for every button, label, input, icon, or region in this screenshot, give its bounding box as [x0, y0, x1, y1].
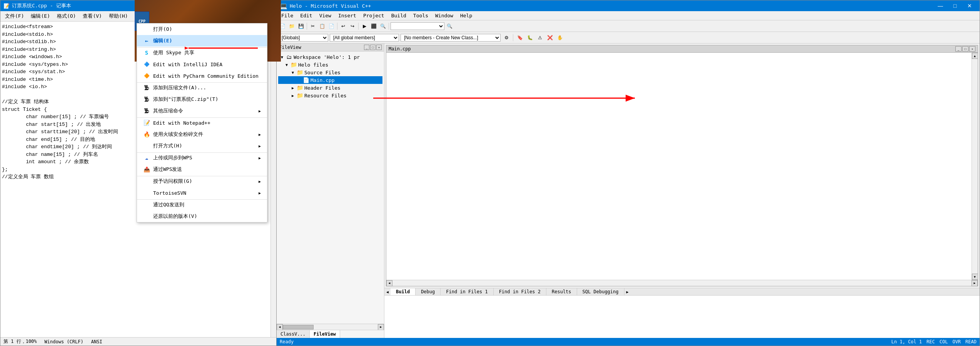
toolbar-bookmark-btn[interactable]: 🔖 [516, 33, 524, 42]
context-menu-access[interactable]: 授予访问权限(G) ▶ [137, 176, 267, 187]
context-menu-huorong[interactable]: 🔥 使用火绒安全粉碎文件 ▶ [137, 129, 267, 140]
msvc-menu-help[interactable]: Help [457, 12, 475, 19]
msvc-menu-view[interactable]: View [316, 12, 334, 19]
context-menu-qq-label: 通过QQ发送到 [153, 201, 184, 208]
more-compress-icon: 🗜 [143, 107, 150, 114]
solution-h-scrollbar[interactable]: ◀ ▶ [277, 324, 384, 330]
tree-source-files[interactable]: ▼ 📁 Source Files [278, 69, 382, 76]
sol-scroll-right[interactable]: ▶ [378, 324, 384, 330]
editor-scroll-left[interactable]: ◀ [386, 280, 392, 286]
toolbar-paste-button[interactable]: 📄 [327, 22, 336, 30]
output-scroll-left[interactable]: ◀ [384, 288, 391, 295]
fileview-tab[interactable]: FileView [310, 330, 340, 338]
pane-maximize-btn[interactable]: □ [370, 45, 376, 50]
toolbar-hand-btn[interactable]: ✋ [556, 33, 564, 42]
output-tab-debug[interactable]: Debug [416, 288, 441, 295]
output-tab-findinfiles1[interactable]: Find in Files 1 [441, 288, 493, 295]
output-tab-sqldebugging[interactable]: SQL Debugging [577, 288, 624, 295]
huorong-arrow: ▶ [259, 132, 261, 137]
editor-close-btn[interactable]: × [969, 46, 975, 52]
context-menu-wps-send[interactable]: 📤 通过WPS发送 [137, 164, 267, 175]
pane-close-btn[interactable]: × [376, 45, 382, 50]
solution-explorer-header: FileView _ □ × [277, 43, 384, 52]
context-menu-compress[interactable]: 🗜 添加到压缩文件(A)... [137, 82, 267, 94]
context-menu-pycharm[interactable]: 🔶 Edit with PyCharm Community Edition [137, 70, 267, 82]
globals-dropdown[interactable]: [Globals] [278, 34, 328, 42]
msvc-menu-window[interactable]: Window [432, 12, 456, 19]
msvc-menu-insert[interactable]: Insert [335, 12, 359, 19]
class-dropdown[interactable]: [No members - Create New Class...] [401, 34, 501, 42]
context-menu-restore[interactable]: 还原以前的版本(V) [137, 211, 267, 222]
sol-scroll-thumb[interactable] [283, 325, 314, 329]
msvc-menu-file[interactable]: File [278, 12, 296, 19]
context-menu-skype[interactable]: S 使用 Skype 共享 [137, 47, 267, 59]
editor-maximize-btn[interactable]: □ [962, 46, 968, 52]
notepad-menu-edit[interactable]: 编辑(E) [28, 12, 53, 20]
classview-tab[interactable]: ClassV... [277, 330, 310, 338]
context-menu-openwith[interactable]: 打开方式(H) ▶ [137, 140, 267, 152]
notepad-menu-format[interactable]: 格式(O) [54, 12, 79, 20]
msvc-status-read: READ [965, 339, 977, 344]
tree-workspace[interactable]: ▼ 🗂 Workspace 'Helo': 1 pr [278, 53, 382, 61]
context-menu-tortoisesvn[interactable]: TortoiseSVN ▶ [137, 187, 267, 199]
notepad-menu-help[interactable]: 帮助(H) [106, 12, 131, 20]
msvc-minimize-button[interactable]: — [933, 2, 947, 10]
toolbar-open-button[interactable]: 📁 [287, 22, 296, 30]
members-dropdown[interactable]: [All global members] [330, 34, 399, 42]
tree-resource-files[interactable]: ▶ 📁 Resource Files [278, 92, 382, 99]
msvc-maximize-button[interactable]: □ [948, 2, 962, 10]
toolbar-run-button[interactable]: ▶ [360, 22, 369, 30]
toolbar-debug-btn[interactable]: 🐛 [526, 33, 534, 42]
toolbar-class-btn[interactable]: ⚙ [502, 33, 511, 42]
context-menu-compress-zip[interactable]: 🗜 添加到"订票系统C.zip"(T) [137, 94, 267, 105]
context-menu-wps-upload[interactable]: ☁ 上传或同步到WPS ▶ [137, 152, 267, 164]
openwith-icon [143, 142, 150, 149]
notepad-menu-view[interactable]: 查看(V) [80, 12, 105, 20]
msvc-menu-project[interactable]: Project [360, 12, 387, 19]
msvc-menu-build[interactable]: Build [388, 12, 409, 19]
tree-header-files[interactable]: ▶ 📁 Header Files [278, 84, 382, 92]
notepad-vertical-scrollbar[interactable]: ▲ ▼ [270, 22, 277, 337]
toolbar-copy-button[interactable]: 📋 [318, 22, 326, 30]
main-cpp-label: Main.cpp [311, 77, 335, 83]
pane-minimize-btn[interactable]: _ [364, 45, 369, 50]
output-scroll-right[interactable]: ▶ [624, 288, 631, 295]
editor-scroll-down[interactable]: ▼ [972, 274, 978, 280]
toolbar-config-dropdown[interactable] [391, 22, 444, 30]
toolbar-undo-button[interactable]: ↩ [339, 22, 347, 30]
context-menu-intellij[interactable]: 🔷 Edit with IntelliJ IDEA [137, 59, 267, 70]
context-menu-edit[interactable]: ← 编辑(E) [137, 35, 267, 47]
tree-helo[interactable]: ▼ 📁 Helo files [278, 61, 382, 69]
tree-main-cpp[interactable]: 📄 Main.cpp [278, 76, 382, 84]
toolbar-redo-button[interactable]: ↪ [348, 22, 357, 30]
notepad-menu-file[interactable]: 文件(F) [2, 12, 27, 20]
tortoisesvn-icon [143, 189, 150, 196]
toolbar-save-button[interactable]: 💾 [297, 22, 305, 30]
toolbar-stop-button[interactable]: ⬛ [369, 22, 378, 30]
context-menu-more-compress[interactable]: 🗜 其他压缩命令 ▶ [137, 105, 267, 117]
code-editor[interactable] [386, 53, 972, 280]
msvc-menu-edit[interactable]: Edit [297, 12, 315, 19]
notepad-status-encoding: Windows (CRLF) [45, 339, 83, 344]
editor-scroll-right[interactable]: ▶ [972, 280, 978, 286]
context-menu-open[interactable]: 打开(O) [137, 23, 267, 35]
toolbar-cut-button[interactable]: ✂ [309, 22, 317, 30]
output-tab-build[interactable]: Build [391, 288, 416, 295]
toolbar-error-btn[interactable]: ❌ [546, 33, 554, 42]
toolbar-sep2 [337, 23, 337, 30]
editor-h-scrollbar[interactable]: ◀ ▶ [386, 280, 978, 286]
context-menu-qq[interactable]: 通过QQ发送到 [137, 199, 267, 211]
sol-scroll-left[interactable]: ◀ [277, 324, 283, 330]
toolbar-warn-btn[interactable]: ⚠ [536, 33, 544, 42]
editor-minimize-btn[interactable]: _ [955, 46, 962, 52]
msvc-menu-tools[interactable]: Tools [410, 12, 431, 19]
toolbar-find-button[interactable]: 🔍 [379, 22, 387, 30]
output-tab-results[interactable]: Results [546, 288, 577, 295]
toolbar-search-button[interactable]: 🔍 [445, 22, 454, 30]
output-tab-findinfiles2[interactable]: Find in Files 2 [494, 288, 546, 295]
editor-v-scrollbar[interactable]: ▲ ▼ [972, 53, 978, 280]
editor-with-scrollbars: ▲ ▼ [386, 53, 978, 280]
msvc-close-button[interactable]: ✕ [963, 2, 977, 10]
editor-scroll-up[interactable]: ▲ [972, 53, 978, 59]
context-menu-notepadpp[interactable]: 📝 Edit with Notepad++ [137, 117, 267, 129]
